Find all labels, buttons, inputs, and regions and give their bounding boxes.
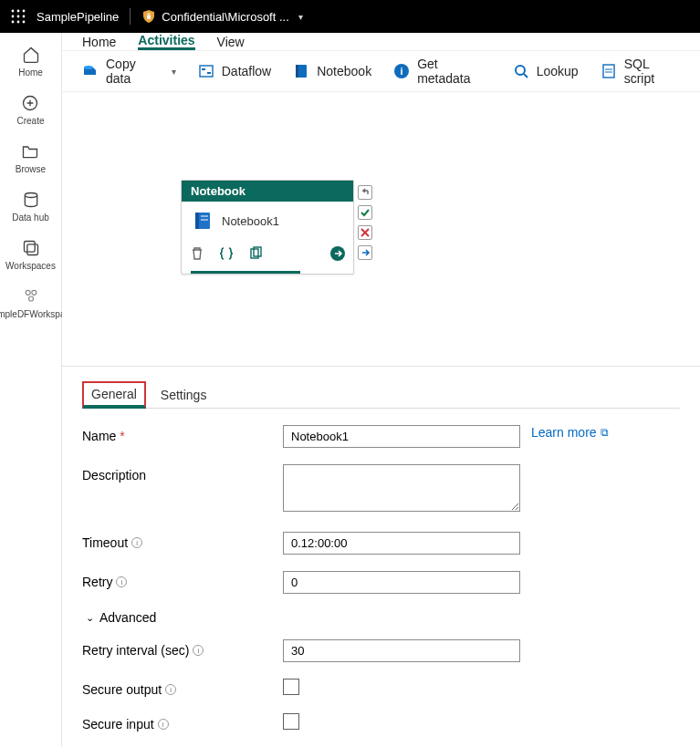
learn-more-label: Learn more	[531, 425, 597, 440]
info-icon: i	[393, 63, 410, 79]
retry-label: Retry	[82, 575, 112, 589]
output-port-undo[interactable]	[358, 185, 372, 200]
rail-home-label: Home	[18, 67, 43, 78]
prop-tab-general[interactable]: General	[82, 381, 146, 409]
node-underline	[191, 271, 300, 274]
learn-more-link[interactable]: Learn more ⧉	[531, 425, 609, 440]
app-launcher-icon[interactable]	[11, 9, 26, 24]
home-icon	[22, 46, 40, 64]
ribbon-dataflow[interactable]: Dataflow	[189, 57, 280, 85]
main-top-tabs: Home Activities View	[62, 33, 700, 51]
delete-icon[interactable]	[189, 245, 205, 262]
sensitivity-label[interactable]: Confidential\Microsoft ... ▾	[141, 9, 302, 24]
svg-point-0	[12, 10, 15, 13]
rail-data-hub[interactable]: Data hub	[12, 191, 49, 223]
svg-point-5	[23, 16, 26, 18]
svg-point-7	[17, 21, 20, 24]
ribbon-notebook[interactable]: Notebook	[284, 57, 381, 85]
retry-input[interactable]	[283, 571, 520, 594]
svg-point-2	[23, 10, 26, 13]
svg-point-1	[17, 10, 20, 13]
svg-rect-13	[26, 244, 37, 255]
timeout-input[interactable]	[283, 532, 520, 555]
secure-input-label: Secure input	[82, 717, 154, 731]
chevron-down-icon: ▾	[172, 67, 176, 77]
tab-view[interactable]: View	[217, 33, 245, 50]
secure-output-label: Secure output	[82, 682, 162, 697]
svg-rect-9	[147, 16, 151, 19]
retry-interval-input[interactable]	[283, 639, 520, 662]
plus-circle-icon	[21, 94, 39, 112]
description-label: Description	[82, 468, 146, 482]
output-port-skip[interactable]	[358, 245, 372, 260]
ribbon-copy-data[interactable]: Copy data ▾	[73, 51, 185, 91]
node-label: Notebook1	[222, 214, 279, 228]
svg-rect-28	[195, 213, 199, 229]
required-asterisk: *	[120, 429, 124, 443]
ribbon-get-metadata[interactable]: i Get metadata	[384, 51, 500, 91]
rail-create[interactable]: Create	[16, 94, 44, 126]
svg-point-8	[23, 21, 26, 24]
info-icon[interactable]: i	[193, 645, 204, 656]
dataflow-icon	[198, 63, 214, 79]
prop-tab-settings[interactable]: Settings	[151, 382, 216, 408]
pipeline-canvas[interactable]: Notebook Notebook1	[62, 92, 700, 366]
left-navigation-rail: Home Create Browse Data hub Workspaces S…	[0, 33, 62, 747]
notebook-activity-node[interactable]: Notebook Notebook1	[181, 180, 354, 275]
sensitivity-text: Confidential\Microsoft ...	[162, 10, 288, 24]
secure-input-checkbox[interactable]	[283, 713, 299, 730]
advanced-toggle[interactable]: ⌄ Advanced	[86, 610, 680, 625]
code-braces-icon[interactable]	[218, 245, 235, 262]
ribbon-get-metadata-label: Get metadata	[417, 57, 491, 86]
rail-workspaces-label: Workspaces	[5, 261, 56, 271]
ribbon-sql-script[interactable]: SQL script	[591, 51, 689, 91]
form-row-description: Description	[82, 464, 680, 515]
svg-point-14	[26, 290, 30, 295]
info-icon[interactable]: i	[165, 684, 176, 695]
form-row-name: Name * Learn more ⧉	[82, 425, 680, 448]
svg-point-16	[28, 296, 33, 301]
name-input[interactable]	[283, 425, 520, 448]
tab-home[interactable]: Home	[82, 33, 116, 50]
sql-icon	[601, 63, 617, 79]
notebook-icon	[293, 63, 309, 79]
run-icon[interactable]	[329, 245, 346, 262]
name-label: Name	[82, 429, 116, 443]
info-icon[interactable]: i	[116, 576, 127, 587]
svg-point-3	[12, 16, 15, 18]
ribbon-sql-label: SQL script	[624, 57, 680, 86]
advanced-label: Advanced	[99, 610, 156, 625]
ribbon-lookup-label: Lookup	[537, 64, 579, 78]
svg-point-11	[25, 193, 37, 198]
copy-data-icon	[82, 63, 99, 79]
pipeline-title: SamplePipeline	[37, 10, 119, 24]
info-icon[interactable]: i	[158, 719, 169, 730]
svg-rect-18	[200, 66, 213, 77]
form-row-retry: Retry i	[82, 571, 680, 594]
node-ports	[358, 185, 372, 260]
rail-home[interactable]: Home	[18, 46, 43, 78]
workspaces-icon	[22, 239, 40, 257]
info-icon[interactable]: i	[131, 537, 142, 548]
rail-browse[interactable]: Browse	[16, 142, 46, 174]
svg-text:i: i	[401, 66, 403, 77]
form-row-retry-interval: Retry interval (sec) i	[82, 639, 680, 662]
external-link-icon: ⧉	[601, 426, 609, 439]
separator	[130, 8, 131, 25]
form-row-secure-input: Secure input i	[82, 713, 680, 731]
shield-icon	[141, 9, 156, 24]
secure-output-checkbox[interactable]	[283, 679, 299, 695]
workspace-icon	[22, 287, 40, 306]
rail-workspaces[interactable]: Workspaces	[5, 239, 56, 271]
folder-icon	[21, 142, 39, 161]
svg-point-17	[84, 66, 93, 69]
description-input[interactable]	[283, 464, 520, 512]
copy-icon[interactable]	[247, 245, 264, 262]
svg-point-15	[31, 290, 36, 295]
chevron-down-icon: ⌄	[86, 612, 94, 624]
ribbon-copy-data-label: Copy data	[106, 57, 161, 86]
output-port-success[interactable]	[358, 205, 372, 220]
output-port-failure[interactable]	[358, 225, 372, 240]
tab-activities[interactable]: Activities	[138, 33, 194, 50]
ribbon-lookup[interactable]: Lookup	[504, 57, 588, 85]
